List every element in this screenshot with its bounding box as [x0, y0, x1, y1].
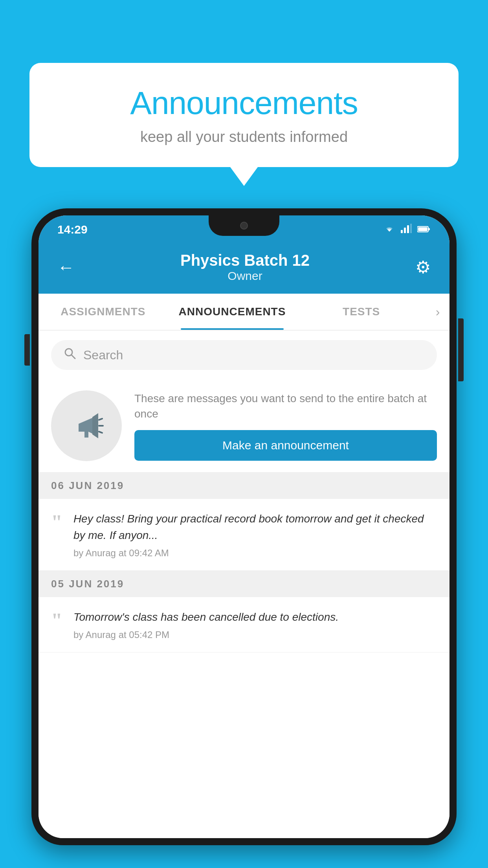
phone-screen: 14:29 — [39, 215, 449, 838]
svg-rect-2 — [407, 225, 409, 233]
quote-icon-2: " — [51, 611, 62, 631]
announcement-right: These are messages you want to send to t… — [134, 391, 437, 461]
status-time: 14:29 — [57, 223, 88, 236]
settings-button[interactable]: ⚙ — [415, 257, 431, 277]
battery-icon — [417, 223, 431, 236]
header-subtitle: Owner — [180, 269, 310, 283]
status-bar: 14:29 — [39, 215, 449, 244]
date-separator-2: 05 JUN 2019 — [39, 571, 449, 597]
search-bar[interactable]: Search — [51, 340, 437, 370]
svg-rect-0 — [401, 230, 403, 233]
svg-line-9 — [99, 419, 102, 420]
content-area: Search These — [39, 331, 449, 838]
bubble-subtitle: keep all your students informed — [53, 129, 435, 145]
phone-wrapper: 14:29 — [31, 208, 457, 868]
back-button[interactable]: ← — [57, 257, 75, 277]
header-center: Physics Batch 12 Owner — [180, 252, 310, 283]
tab-announcements[interactable]: ANNOUNCEMENTS — [168, 294, 297, 330]
search-icon — [64, 347, 76, 363]
announcement-empty-state: These are messages you want to send to t… — [39, 379, 449, 473]
date-label-2: 05 JUN 2019 — [51, 578, 124, 590]
speech-bubble-section: Announcements keep all your students inf… — [29, 63, 459, 167]
tab-more[interactable]: › — [426, 294, 449, 330]
tabs-bar: ASSIGNMENTS ANNOUNCEMENTS TESTS › — [39, 294, 449, 331]
phone-outer: 14:29 — [31, 208, 457, 845]
svg-rect-1 — [404, 228, 406, 233]
message-content-1: Hey class! Bring your practical record b… — [73, 511, 437, 559]
svg-rect-5 — [428, 228, 430, 230]
message-item-2[interactable]: " Tomorrow's class has been cancelled du… — [39, 597, 449, 653]
notch — [209, 215, 279, 236]
announcement-icon-circle — [51, 390, 122, 461]
message-content-2: Tomorrow's class has been cancelled due … — [73, 609, 437, 640]
message-meta-2: by Anurag at 05:42 PM — [73, 629, 437, 640]
header-title: Physics Batch 12 — [180, 252, 310, 269]
message-meta-1: by Anurag at 09:42 AM — [73, 548, 437, 559]
wifi-icon — [383, 223, 395, 236]
quote-icon-1: " — [51, 512, 62, 533]
search-placeholder: Search — [83, 348, 123, 362]
app-header: ← Physics Batch 12 Owner ⚙ — [39, 244, 449, 294]
message-text-1: Hey class! Bring your practical record b… — [73, 511, 437, 544]
date-label-1: 06 JUN 2019 — [51, 480, 124, 492]
signal-icon — [401, 223, 412, 236]
svg-rect-3 — [410, 224, 412, 233]
message-text-2: Tomorrow's class has been cancelled due … — [73, 609, 437, 625]
camera-dot — [240, 222, 248, 230]
announcement-description: These are messages you want to send to t… — [134, 391, 437, 421]
message-item-1[interactable]: " Hey class! Bring your practical record… — [39, 499, 449, 571]
bubble-title: Announcements — [53, 85, 435, 121]
svg-rect-6 — [418, 227, 427, 231]
tab-tests[interactable]: TESTS — [297, 294, 426, 330]
svg-line-11 — [99, 432, 102, 433]
tab-assignments[interactable]: ASSIGNMENTS — [39, 294, 168, 330]
status-icons — [383, 223, 431, 236]
speech-bubble-card: Announcements keep all your students inf… — [29, 63, 459, 167]
date-separator-1: 06 JUN 2019 — [39, 473, 449, 499]
make-announcement-button[interactable]: Make an announcement — [134, 430, 437, 461]
svg-line-8 — [72, 355, 75, 359]
